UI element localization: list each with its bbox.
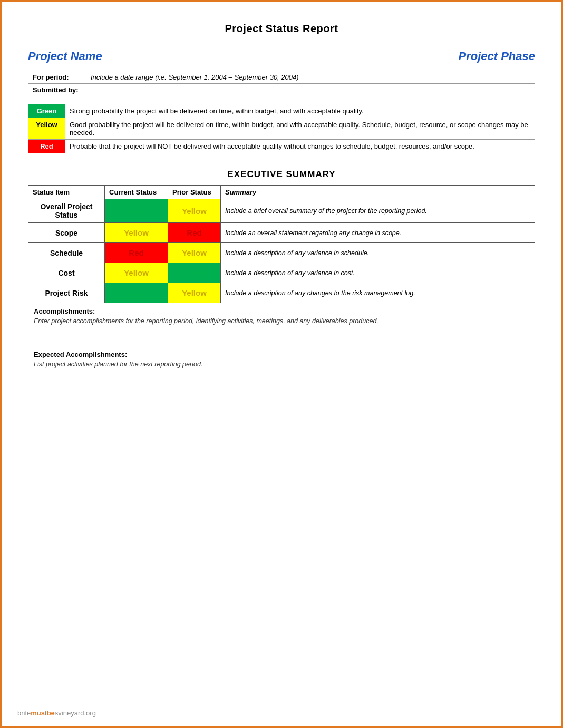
info-table: For period: Include a date range (i.e. S…	[28, 71, 535, 96]
accomplishments-text: Enter project accomplishments for the re…	[34, 317, 529, 325]
th-summary: Summary	[221, 186, 535, 199]
expected-text: List project activities planned for the …	[34, 361, 529, 368]
legend-yellow-desc: Good probability the project will be del…	[65, 118, 535, 140]
page-title: Project Status Report	[28, 23, 535, 35]
status-item-1: Scope	[28, 223, 105, 243]
table-row: Project RiskGreenYellowInclude a descrip…	[28, 283, 535, 303]
submitted-value	[86, 84, 535, 96]
submitted-label: Submitted by:	[28, 84, 86, 96]
status-item-2: Schedule	[28, 243, 105, 263]
project-phase-label: Project Phase	[458, 50, 535, 63]
prior-status-3: Green	[168, 263, 221, 283]
table-row: ScopeYellowRedInclude an overall stateme…	[28, 223, 535, 243]
current-status-2: Red	[105, 243, 168, 263]
summary-2: Include a description of any variance in…	[221, 243, 535, 263]
accomplishments-section: Accomplishments: Enter project accomplis…	[28, 303, 535, 346]
period-label: For period:	[28, 71, 86, 84]
prior-status-4: Yellow	[168, 283, 221, 303]
legend-green-desc: Strong probability the project will be d…	[65, 104, 535, 118]
current-status-0: Green	[105, 199, 168, 223]
table-row: ScheduleRedYellowInclude a description o…	[28, 243, 535, 263]
expected-title: Expected Accomplishments:	[34, 351, 529, 358]
expected-section: Expected Accomplishments: List project a…	[28, 346, 535, 400]
project-name-label: Project Name	[28, 50, 102, 63]
status-item-0: Overall Project Status	[28, 199, 105, 223]
table-row: CostYellowGreenInclude a description of …	[28, 263, 535, 283]
footer-watermark: britemustbesvineyard.org	[17, 709, 96, 717]
accomplishments-title: Accomplishments:	[34, 307, 529, 315]
summary-1: Include an overall statement regarding a…	[221, 223, 535, 243]
th-prior-status: Prior Status	[168, 186, 221, 199]
current-status-4: Green	[105, 283, 168, 303]
executive-summary-title: EXECUTIVE SUMMARY	[28, 169, 535, 180]
summary-4: Include a description of any changes to …	[221, 283, 535, 303]
prior-status-2: Yellow	[168, 243, 221, 263]
legend-red-row: Red Probable that the project will NOT b…	[28, 140, 535, 153]
th-status-item: Status Item	[28, 186, 105, 199]
summary-3: Include a description of any variance in…	[221, 263, 535, 283]
legend-green-label: Green	[28, 104, 65, 118]
prior-status-1: Red	[168, 223, 221, 243]
legend-yellow-row: Yellow Good probability the project will…	[28, 118, 535, 140]
table-row: Overall Project StatusGreenYellowInclude…	[28, 199, 535, 223]
summary-0: Include a brief overall summary of the p…	[221, 199, 535, 223]
legend-table: Green Strong probability the project wil…	[28, 104, 535, 153]
status-item-4: Project Risk	[28, 283, 105, 303]
status-item-3: Cost	[28, 263, 105, 283]
current-status-3: Yellow	[105, 263, 168, 283]
legend-green-row: Green Strong probability the project wil…	[28, 104, 535, 118]
legend-red-label: Red	[28, 140, 65, 153]
th-current-status: Current Status	[105, 186, 168, 199]
executive-summary-table: Status Item Current Status Prior Status …	[28, 185, 535, 303]
legend-red-desc: Probable that the project will NOT be de…	[65, 140, 535, 153]
legend-yellow-label: Yellow	[28, 118, 65, 140]
prior-status-0: Yellow	[168, 199, 221, 223]
current-status-1: Yellow	[105, 223, 168, 243]
period-value: Include a date range (i.e. September 1, …	[86, 71, 535, 84]
